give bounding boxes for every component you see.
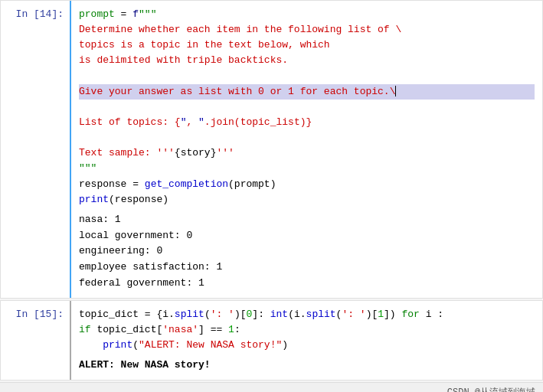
output-line: engineering: 0 bbox=[79, 243, 535, 260]
output-alert: ALERT: New NASA story! bbox=[79, 358, 535, 374]
cell-15: In [15]: topic_dict = {i.split(': ')[0]:… bbox=[0, 300, 543, 381]
code-line: List of topics: {", ".join(topic_list)} bbox=[79, 115, 535, 130]
code-line bbox=[79, 69, 535, 84]
code-line: if topic_dict['nasa'] == 1: bbox=[79, 322, 535, 338]
code-line-highlighted: Give your answer as list with 0 or 1 for… bbox=[79, 84, 535, 100]
cell-15-label: In [15]: bbox=[1, 301, 70, 380]
bottom-bar: CSDN @从流域到海域 bbox=[0, 382, 543, 392]
code-line: print(response) bbox=[79, 192, 535, 207]
code-line: """ bbox=[79, 161, 535, 176]
output-line: nasa: 1 bbox=[79, 212, 535, 228]
code-line: topics is a topic in the text below, whi… bbox=[79, 38, 535, 53]
cell-15-code: topic_dict = {i.split(': ')[0]: int(i.sp… bbox=[79, 307, 535, 353]
cell-14-content[interactable]: prompt = f""" Determine whether each ite… bbox=[70, 1, 542, 298]
code-line: response = get_completion(prompt) bbox=[79, 177, 535, 192]
cell-15-content[interactable]: topic_dict = {i.split(': ')[0]: int(i.sp… bbox=[70, 301, 542, 380]
bottom-bar-text: CSDN @从流域到海域 bbox=[447, 386, 535, 392]
code-line: print("ALERT: New NASA story!") bbox=[79, 338, 535, 353]
cell-14-label: In [14]: bbox=[1, 1, 70, 298]
cell-15-output: ALERT: New NASA story! bbox=[79, 358, 535, 374]
output-line: local government: 0 bbox=[79, 228, 535, 244]
notebook-container: In [14]: prompt = f""" Determine whether… bbox=[0, 0, 543, 392]
code-line: Text sample: '''{story}''' bbox=[79, 145, 535, 161]
code-line bbox=[79, 100, 535, 115]
cell-14-code: prompt = f""" Determine whether each ite… bbox=[79, 7, 535, 207]
output-line: employee satisfaction: 1 bbox=[79, 260, 535, 276]
code-line: is delimited with triple backticks. bbox=[79, 53, 535, 68]
cell-14-output: nasa: 1 local government: 0 engineering:… bbox=[79, 212, 535, 292]
code-line: Determine whether each item in the follo… bbox=[79, 22, 535, 38]
output-line: federal government: 1 bbox=[79, 276, 535, 292]
code-line bbox=[79, 130, 535, 145]
code-line: prompt = f""" bbox=[79, 7, 535, 22]
code-line: topic_dict = {i.split(': ')[0]: int(i.sp… bbox=[79, 307, 535, 322]
cell-14: In [14]: prompt = f""" Determine whether… bbox=[0, 0, 543, 299]
